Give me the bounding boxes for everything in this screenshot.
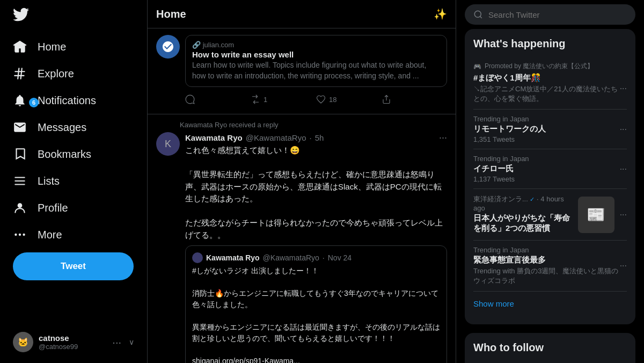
main-header: Home ✨ <box>148 0 456 28</box>
trending-title: イチロー氏 <box>473 164 529 174</box>
sidebar-item-explore-label: Explore <box>38 68 74 80</box>
news-thumbnail: 📰 <box>578 197 614 233</box>
sparkle-icon[interactable]: ✨ <box>434 8 447 20</box>
sidebar-user[interactable]: 🐱 catnose @catnose99 ··· ∨ <box>6 325 141 359</box>
trending-more-icon[interactable]: ··· <box>620 164 627 174</box>
search-input[interactable] <box>488 10 627 19</box>
sidebar-item-bookmarks-label: Bookmarks <box>38 148 91 161</box>
link-domain: 🔗 julian.com <box>192 41 440 49</box>
like-action[interactable]: 18 <box>316 91 382 107</box>
who-to-follow-title: Who to follow <box>473 342 627 354</box>
trending-count: 1,137 Tweets <box>473 175 529 183</box>
sidebar-item-messages[interactable]: Messages <box>6 114 141 141</box>
tweet-button[interactable]: Tweet <box>13 252 134 280</box>
author-name: Kawamata Ryo <box>185 133 243 142</box>
author-handle: @KawamataRyo <box>246 133 306 142</box>
like-count: 18 <box>329 96 336 104</box>
tweet-card: Kawamata Ryo received a reply K Kawamata… <box>148 114 456 363</box>
link-preview-card[interactable]: 🔗 julian.com How to write an essay well … <box>185 35 447 87</box>
quoted-avatar <box>192 252 203 263</box>
search-icon <box>473 10 483 19</box>
sidebar-user-avatar: 🐱 <box>13 332 33 352</box>
sidebar-item-notifications-label: Notifications <box>38 95 96 107</box>
trending-more-icon[interactable]: ··· <box>620 210 627 220</box>
trending-location: Trending in Japan <box>473 115 546 123</box>
promoted-icon: 🎮 <box>473 63 481 70</box>
sidebar-item-bookmarks[interactable]: Bookmarks <box>6 141 141 168</box>
svg-point-5 <box>19 234 21 236</box>
tweet-time: 5h <box>315 133 324 142</box>
trending-item[interactable]: 東洋経済オンラ... ✓ · 4 hours ago 日本人がやりがちな「寿命を… <box>473 189 627 241</box>
more-icon <box>13 228 27 242</box>
quoted-tweet-text: #しがないラジオ 出演しましたー！！消防士🔥からエンジニアに転職してもうすぐ3年… <box>192 265 440 363</box>
trending-item[interactable]: Trending in Japan イチロー氏 1,137 Tweets ··· <box>473 149 627 189</box>
bell-icon: 6 <box>13 93 27 107</box>
svg-rect-2 <box>14 184 25 185</box>
sidebar-item-messages-label: Messages <box>38 121 86 134</box>
tweet-avatar: K <box>156 132 180 156</box>
quoted-tweet[interactable]: Kawamata Ryo @KawamataRyo · Nov 24 #しがない… <box>185 245 447 363</box>
whats-happening-title: What's happening <box>473 38 627 50</box>
trending-more-icon[interactable]: ··· <box>620 261 627 271</box>
trending-item[interactable]: Trending in Japan 緊急事態宣言後最多 Trending wit… <box>473 241 627 292</box>
main-feed: Home ✨ 🔗 julian.com How to write an essa… <box>148 0 456 363</box>
tweet-text: これ色々感想貰えて嬉しい！😄「異世界転生的だ」って感想もらえたけど、確かに意思疎… <box>185 144 447 241</box>
trending-desc: Trending with 勝負の3週間、魔法使いと黒猫のウィズコラボ <box>473 266 620 286</box>
trending-count: 1,351 Tweets <box>473 135 546 143</box>
follow-item: 🎮 ライアンズワールド @Ry... Follow <box>473 360 627 363</box>
news-title: 日本人がやりがちな「寿命を削る」2つの悪習慣 <box>473 213 573 234</box>
svg-rect-1 <box>14 180 25 182</box>
list-icon <box>13 174 27 188</box>
twitter-logo[interactable] <box>6 0 141 31</box>
show-more-link[interactable]: Show more <box>473 292 627 316</box>
sidebar-user-name: catnose <box>39 333 107 343</box>
sidebar-item-lists-label: Lists <box>38 175 60 187</box>
trending-title: リモートワークの人 <box>473 124 546 134</box>
trending-item[interactable]: Trending in Japan リモートワークの人 1,351 Tweets… <box>473 110 627 149</box>
sidebar-item-home[interactable]: Home <box>6 33 141 60</box>
tweet-more-icon[interactable]: ··· <box>439 132 447 143</box>
sidebar-user-more-icon: ··· <box>112 336 121 349</box>
share-action[interactable] <box>382 91 447 107</box>
right-sidebar: What's happening 🎮 Promoted by 魔法使いの約束【公… <box>456 0 644 363</box>
link-title: How to write an essay well <box>192 50 440 59</box>
tweet-actions: 1 18 <box>185 91 447 107</box>
link-desc: Learn how to write well. Topics include … <box>192 60 440 81</box>
trending-more-icon[interactable]: ··· <box>620 125 627 134</box>
reply-action[interactable] <box>185 91 251 107</box>
link-icon: 🔗 <box>192 41 201 49</box>
hashtag-icon <box>13 67 27 81</box>
trending-more-icon[interactable]: ··· <box>620 84 627 93</box>
promoted-label: Promoted by 魔法使いの約束【公式】 <box>485 62 594 71</box>
svg-rect-0 <box>14 177 25 178</box>
trending-item[interactable]: 🎮 Promoted by 魔法使いの約束【公式】 #まぼやく1周年🎊 ↘記念ア… <box>473 56 627 110</box>
sidebar-item-profile[interactable]: Profile <box>6 194 141 221</box>
tweet-avatar <box>156 35 180 59</box>
trending-location: Trending in Japan <box>473 246 620 254</box>
svg-point-3 <box>18 203 23 208</box>
trending-title: #まぼやく1周年🎊 <box>473 73 620 83</box>
svg-point-7 <box>474 11 481 17</box>
retweet-action[interactable]: 1 <box>251 91 316 107</box>
retweet-count: 1 <box>264 96 267 104</box>
trending-desc: ↘記念アニメCM放送中／21人の魔法使いたちとの、心を繋ぐ物語。 <box>473 84 620 104</box>
who-to-follow-section: Who to follow 🎮 ライアンズワールド @Ry... Follow <box>465 333 635 363</box>
trending-title: 緊急事態宣言後最多 <box>473 255 620 265</box>
sidebar-item-lists[interactable]: Lists <box>6 168 141 194</box>
sidebar-user-handle: @catnose99 <box>39 343 107 351</box>
notification-label: Kawamata Ryo received a reply <box>156 121 447 129</box>
quoted-author-handle: @KawamataRyo <box>263 253 319 262</box>
page-title: Home <box>156 8 186 20</box>
person-icon <box>13 201 27 215</box>
sidebar-item-profile-label: Profile <box>38 202 68 214</box>
svg-point-4 <box>14 234 17 236</box>
tweet-card: 🔗 julian.com How to write an essay well … <box>148 28 456 114</box>
sidebar-user-expand-icon: ∨ <box>129 338 134 346</box>
sidebar-item-explore[interactable]: Explore <box>6 60 141 87</box>
sidebar-item-notifications[interactable]: 6 Notifications <box>6 87 141 114</box>
verified-icon: ✓ <box>530 196 535 202</box>
bookmark-icon <box>13 147 27 161</box>
sidebar-item-more[interactable]: More <box>6 221 141 248</box>
mail-icon <box>13 120 27 134</box>
whats-happening-section: What's happening 🎮 Promoted by 魔法使いの約束【公… <box>465 29 635 324</box>
